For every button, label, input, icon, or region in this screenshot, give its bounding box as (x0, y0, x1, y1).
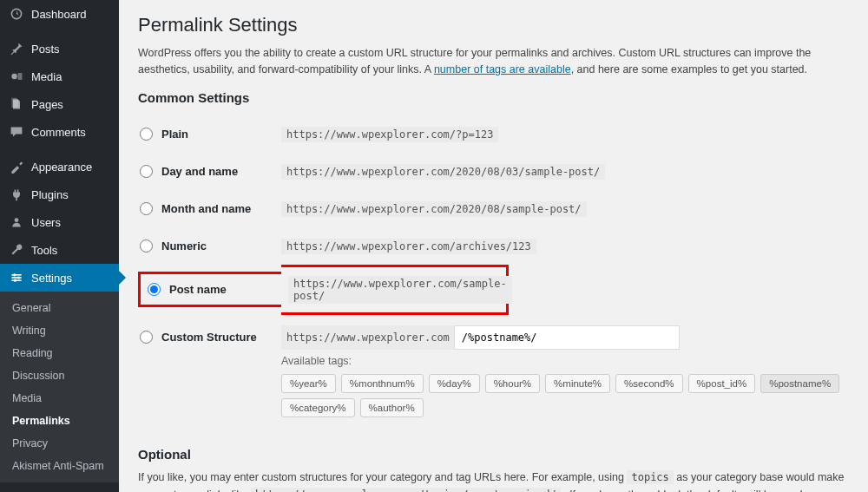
optional-description: If you like, you may enter custom struct… (138, 469, 849, 493)
settings-submenu: General Writing Reading Discussion Media… (0, 292, 119, 482)
tag-author[interactable]: %author% (360, 398, 424, 417)
subitem-discussion[interactable]: Discussion (0, 364, 119, 387)
menu-label: Settings (31, 272, 72, 285)
menu-label: Users (31, 216, 61, 229)
code-topics: topics (627, 470, 673, 484)
option-custom: Custom Structure https://www.wpexplorer.… (138, 315, 849, 428)
svg-point-1 (15, 218, 19, 222)
sidebar-item-users[interactable]: Users (0, 208, 119, 236)
subitem-privacy[interactable]: Privacy (0, 432, 119, 455)
subitem-reading[interactable]: Reading (0, 342, 119, 364)
option-custom-label[interactable]: Custom Structure (140, 331, 276, 344)
radio-dayname[interactable] (140, 165, 153, 178)
svg-point-6 (17, 276, 20, 279)
radio-numeric[interactable] (140, 239, 153, 253)
menu-label: Appearance (31, 161, 92, 174)
option-postname-label[interactable]: Post name (148, 283, 227, 296)
menu-label: Dashboard (31, 8, 87, 21)
option-dayname: Day and name https://www.wpexplorer.com/… (138, 153, 849, 190)
subitem-writing[interactable]: Writing (0, 319, 119, 342)
sidebar-item-dashboard[interactable]: Dashboard (0, 0, 119, 28)
option-monthname-label[interactable]: Month and name (140, 202, 276, 215)
tag-year[interactable]: %year% (281, 374, 336, 393)
tag-category[interactable]: %category% (281, 398, 355, 417)
tag-hour[interactable]: %hour% (485, 374, 540, 393)
sidebar-item-plugins[interactable]: Plugins (0, 180, 119, 208)
example-plain: https://www.wpexplorer.com/?p=123 (281, 127, 498, 142)
sidebar-item-pages[interactable]: Pages (0, 90, 119, 118)
menu-label: Posts (31, 43, 60, 56)
tags-doc-link[interactable]: number of tags are available (434, 63, 571, 75)
pin-icon (9, 42, 24, 56)
admin-sidebar: Dashboard Posts Media Pages Comments App… (0, 0, 119, 492)
comment-icon (9, 125, 24, 139)
page-title: Permalink Settings (138, 14, 849, 36)
tag-day[interactable]: %day% (429, 374, 480, 393)
dashboard-icon (9, 7, 24, 21)
example-monthname: https://www.wpexplorer.com/2020/08/sampl… (281, 201, 587, 217)
sidebar-item-appearance[interactable]: Appearance (0, 153, 119, 180)
tag-buttons: %year% %monthnum% %day% %hour% %minute% … (281, 374, 849, 417)
menu-label: Tools (31, 244, 57, 257)
svg-point-0 (11, 74, 16, 79)
option-numeric: Numeric https://www.wpexplorer.com/archi… (138, 227, 849, 265)
pages-icon (9, 97, 24, 111)
option-monthname: Month and name https://www.wpexplorer.co… (138, 190, 849, 227)
radio-monthname[interactable] (140, 202, 153, 215)
code-example-url: https://www.wpexplorer.com/topics/uncate… (251, 488, 561, 492)
common-settings-heading: Common Settings (138, 90, 849, 105)
sidebar-item-settings[interactable]: Settings (0, 264, 119, 292)
sidebar-item-posts[interactable]: Posts (0, 35, 119, 62)
radio-postname[interactable] (148, 283, 161, 296)
subitem-media[interactable]: Media (0, 387, 119, 410)
tag-minute[interactable]: %minute% (545, 374, 610, 393)
tag-second[interactable]: %second% (615, 374, 683, 393)
sidebar-item-tools[interactable]: Tools (0, 236, 119, 264)
page-description: WordPress offers you the ability to crea… (138, 45, 849, 78)
media-icon (9, 69, 24, 83)
users-icon (9, 215, 24, 229)
example-postname: https://www.wpexplorer.com/sample-post/ (288, 276, 512, 304)
subitem-permalinks[interactable]: Permalinks (0, 410, 119, 432)
example-numeric: https://www.wpexplorer.com/archives/123 (281, 239, 536, 254)
tools-icon (9, 243, 24, 257)
radio-plain[interactable] (140, 128, 153, 141)
sidebar-item-media[interactable]: Media (0, 62, 119, 90)
custom-prefix: https://www.wpexplorer.com (281, 325, 455, 350)
option-numeric-label[interactable]: Numeric (140, 239, 276, 253)
settings-icon (9, 271, 24, 285)
permalink-options-table: Plain https://www.wpexplorer.com/?p=123 … (138, 115, 849, 428)
subitem-general[interactable]: General (0, 297, 119, 319)
tag-monthnum[interactable]: %monthnum% (341, 374, 424, 393)
menu-label: Media (31, 70, 62, 83)
menu-label: Pages (31, 98, 63, 111)
option-plain: Plain https://www.wpexplorer.com/?p=123 (138, 115, 849, 153)
appearance-icon (9, 160, 24, 174)
radio-custom[interactable] (140, 331, 153, 344)
plugins-icon (9, 187, 24, 201)
optional-heading: Optional (138, 447, 849, 462)
option-postname: Post name https://www.wpexplorer.com/sam… (138, 265, 849, 315)
main-content: Permalink Settings WordPress offers you … (119, 0, 868, 492)
tag-post-id[interactable]: %post_id% (688, 374, 756, 393)
example-dayname: https://www.wpexplorer.com/2020/08/03/sa… (281, 164, 605, 180)
svg-point-5 (13, 273, 16, 276)
option-plain-label[interactable]: Plain (140, 128, 276, 141)
option-dayname-label[interactable]: Day and name (140, 165, 276, 178)
tag-postname[interactable]: %postname% (760, 374, 839, 393)
subitem-akismet[interactable]: Akismet Anti-Spam (0, 455, 119, 477)
available-tags-label: Available tags: (281, 355, 849, 367)
custom-structure-input[interactable] (454, 325, 680, 350)
menu-label: Plugins (31, 188, 69, 201)
menu-label: Comments (31, 126, 86, 139)
svg-point-7 (14, 279, 16, 282)
sidebar-item-comments[interactable]: Comments (0, 118, 119, 146)
